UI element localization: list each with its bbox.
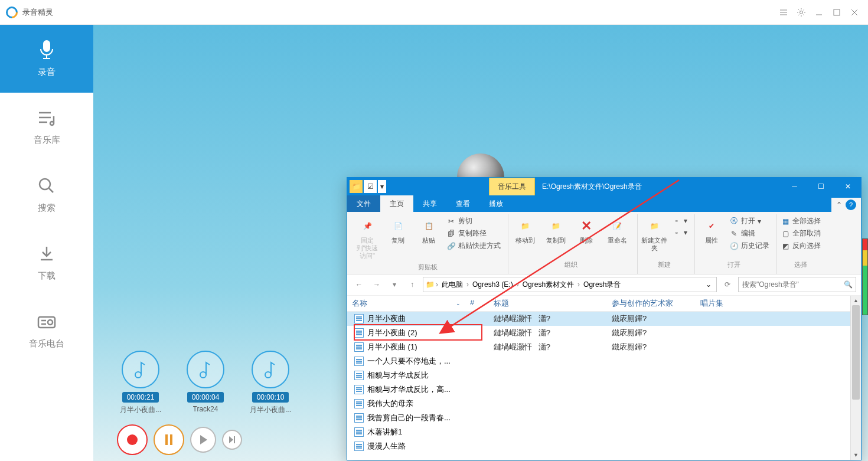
- sidebar-item-download[interactable]: 下载: [0, 228, 93, 296]
- column-headers[interactable]: 名称⌄ # 标题 参与创作的艺术家 唱片集: [347, 296, 850, 312]
- tab-view[interactable]: 查看: [446, 195, 479, 212]
- play-button[interactable]: [190, 427, 216, 453]
- selectall-button[interactable]: ▦全部选择: [779, 215, 822, 227]
- file-row[interactable]: 木薯讲解1: [347, 425, 850, 439]
- breadcrumb-seg[interactable]: 此电脑: [439, 280, 465, 290]
- next-button[interactable]: [222, 430, 242, 450]
- back-button[interactable]: ←: [352, 277, 366, 292]
- breadcrumb-seg[interactable]: Ogresh3 (E:): [470, 280, 515, 289]
- maximize-icon[interactable]: [829, 5, 844, 20]
- pasteshortcut-button[interactable]: 🔗粘贴快捷方式: [445, 240, 502, 251]
- up-button[interactable]: ↑: [405, 277, 419, 292]
- file-row[interactable]: 漫漫人生路: [347, 439, 850, 453]
- audio-file-icon: [354, 314, 364, 323]
- sidebar-item-radio[interactable]: 音乐电台: [0, 296, 93, 364]
- selectnone-button[interactable]: ▢全部取消: [779, 228, 822, 239]
- close-icon[interactable]: [847, 5, 862, 20]
- clip-name: 月半小夜曲...: [250, 405, 291, 415]
- clip-name: Track24: [193, 405, 218, 413]
- level-meter: [862, 238, 868, 315]
- search-input[interactable]: [742, 280, 844, 289]
- group-label-new: 新建: [658, 259, 671, 270]
- record-button[interactable]: [117, 424, 148, 455]
- delete-button[interactable]: ✕删除: [572, 215, 601, 246]
- clip-item[interactable]: 00:00:10 月半小夜曲...: [247, 351, 294, 415]
- newitem-button[interactable]: ▫▾: [671, 215, 688, 226]
- collapse-ribbon-icon[interactable]: ⌃: [836, 201, 842, 209]
- scroll-down-icon[interactable]: ▼: [851, 450, 861, 460]
- qat-dropdown-icon[interactable]: ▾: [378, 180, 386, 193]
- file-row[interactable]: 月半小夜曲鏈堝崐灏忓 瀟?鐵庡厠鍕?: [347, 312, 850, 326]
- col-name[interactable]: 名称: [352, 298, 367, 309]
- copypath-button[interactable]: 🗐复制路径: [445, 228, 502, 239]
- copy-button[interactable]: 📄复制: [384, 215, 412, 246]
- clip-item[interactable]: 00:00:04 Track24: [182, 351, 229, 415]
- help-icon[interactable]: ?: [846, 200, 856, 210]
- file-name: 月半小夜曲 (1): [367, 342, 417, 352]
- file-row[interactable]: 我曾剪自己的一段青春...: [347, 411, 850, 425]
- minimize-icon[interactable]: [811, 5, 827, 20]
- list-icon[interactable]: [776, 5, 791, 20]
- svg-point-6: [48, 320, 53, 325]
- sidebar-item-search[interactable]: 搜索: [0, 161, 93, 228]
- scroll-thumb[interactable]: [852, 305, 860, 400]
- tab-share[interactable]: 共享: [413, 195, 446, 212]
- cut-button[interactable]: ✂剪切: [445, 215, 502, 227]
- sidebar-item-library[interactable]: 音乐库: [0, 93, 93, 161]
- col-num[interactable]: #: [465, 298, 489, 309]
- file-row[interactable]: 一个人只要不停地走，...: [347, 354, 850, 368]
- audio-file-icon: [354, 371, 364, 380]
- paste-button[interactable]: 📋粘贴: [415, 215, 443, 246]
- moveto-button[interactable]: 📁移动到: [511, 215, 539, 246]
- clip-time: 00:00:10: [252, 392, 289, 403]
- search-box[interactable]: 🔍: [738, 277, 856, 292]
- addr-dropdown-icon[interactable]: ⌄: [703, 280, 714, 289]
- qat-check-icon[interactable]: ☑: [364, 180, 377, 193]
- contextual-tab-music[interactable]: 音乐工具: [489, 178, 535, 195]
- col-title[interactable]: 标题: [489, 298, 607, 309]
- music-library-icon: [36, 107, 57, 129]
- file-row[interactable]: 相貌与才华成反比，高...: [347, 382, 850, 397]
- history-button[interactable]: 🕘历史记录: [728, 240, 771, 251]
- shortcut-icon: 🔗: [446, 241, 456, 251]
- col-artist[interactable]: 参与创作的艺术家: [607, 298, 696, 309]
- file-row[interactable]: 相貌与才华成反比: [347, 368, 850, 382]
- explorer-maximize-icon[interactable]: ☐: [808, 178, 834, 195]
- col-album[interactable]: 唱片集: [696, 298, 755, 309]
- scroll-up-icon[interactable]: ▲: [851, 296, 861, 305]
- file-title: [489, 385, 607, 394]
- explorer-titlebar[interactable]: 📁 ☑ ▾ 音乐工具 E:\Ogresh素材文件\Ogresh录音 ─ ☐ ✕: [347, 178, 861, 195]
- recent-dropdown[interactable]: ▾: [387, 277, 402, 292]
- explorer-close-icon[interactable]: ✕: [834, 178, 861, 195]
- tab-file[interactable]: 文件: [347, 195, 380, 212]
- pin-button[interactable]: 📌固定到"快速访问": [353, 215, 381, 261]
- explorer-minimize-icon[interactable]: ─: [781, 178, 808, 195]
- scrollbar[interactable]: ▲ ▼: [850, 296, 861, 460]
- sidebar-item-record[interactable]: 录音: [0, 25, 93, 93]
- copyto-button[interactable]: 📁复制到: [541, 215, 570, 246]
- gear-icon[interactable]: [794, 5, 809, 20]
- breadcrumb-seg[interactable]: Ogresh素材文件: [520, 280, 576, 290]
- file-row[interactable]: 我伟大的母亲: [347, 397, 850, 411]
- tab-home[interactable]: 主页: [380, 195, 413, 212]
- pause-button[interactable]: [154, 424, 184, 455]
- newfolder-button[interactable]: 📁新建文件夹: [640, 215, 668, 253]
- forward-button[interactable]: →: [370, 277, 384, 292]
- file-row[interactable]: 月半小夜曲 (2)鏈堝崐灏忓 瀟?鐵庡厠鍕?: [347, 326, 850, 340]
- refresh-button[interactable]: ⟳: [720, 277, 735, 292]
- file-row[interactable]: 月半小夜曲 (1)鏈堝崐灏忓 瀟?鐵庡厠鍕?: [347, 340, 850, 354]
- tab-play[interactable]: 播放: [479, 195, 513, 212]
- easyaccess-button[interactable]: ▫▾: [671, 227, 688, 238]
- clip-item[interactable]: 00:00:21 月半小夜曲...: [117, 351, 164, 415]
- invert-button[interactable]: ◩反向选择: [779, 240, 822, 251]
- download-icon: [36, 243, 57, 264]
- folder-icon[interactable]: 📁: [350, 180, 363, 193]
- edit-button[interactable]: ✎编辑: [728, 228, 771, 239]
- rename-button[interactable]: 📝重命名: [603, 215, 631, 246]
- properties-button[interactable]: ✔属性: [697, 215, 726, 246]
- search-icon[interactable]: 🔍: [844, 280, 852, 289]
- file-artist: 鐵庡厠鍕?: [607, 313, 696, 324]
- address-bar[interactable]: 📁› 此电脑› Ogresh3 (E:)› Ogresh素材文件› Ogresh…: [423, 277, 717, 292]
- breadcrumb-seg[interactable]: Ogresh录音: [581, 280, 623, 290]
- open-button[interactable]: Ⓚ打开▾: [728, 215, 771, 227]
